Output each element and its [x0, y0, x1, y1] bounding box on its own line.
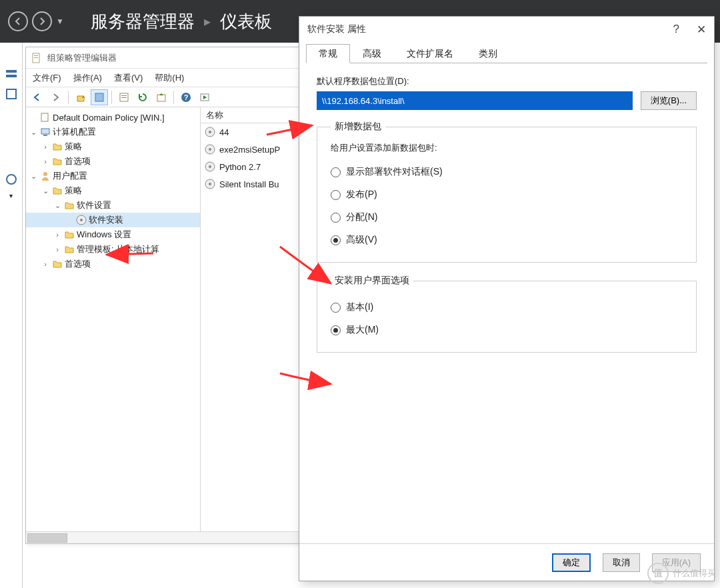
- gpme-toolbar: ?: [26, 87, 299, 107]
- browse-button[interactable]: 浏览(B)...: [641, 91, 697, 110]
- svg-point-28: [209, 183, 211, 185]
- menu-action[interactable]: 操作(A): [73, 72, 102, 84]
- computer-icon: [40, 127, 51, 137]
- installer-icon: [76, 215, 87, 225]
- banner-title-main: 服务器管理器: [91, 10, 195, 33]
- package-icon: [205, 179, 215, 189]
- svg-rect-5: [34, 55, 38, 56]
- radio-icon: [331, 303, 341, 313]
- help-button[interactable]: ?: [673, 23, 679, 36]
- watermark: 值 什么值得买: [647, 563, 716, 584]
- tree-cc-prefs[interactable]: › 首选项: [26, 154, 200, 169]
- gpme-title: 组策略管理编辑器: [47, 52, 117, 64]
- scrollbar-thumb[interactable]: [27, 533, 67, 543]
- tree-software-install[interactable]: 软件安装: [26, 213, 200, 227]
- list-item[interactable]: Silent Install Bu: [201, 175, 299, 193]
- tree-uc-prefs[interactable]: › 首选项: [26, 257, 200, 271]
- toolbar-help-button[interactable]: ?: [177, 89, 195, 105]
- folder-icon: [52, 141, 63, 152]
- group-new-hint: 给用户设置添加新数据包时:: [331, 142, 683, 154]
- gpme-list-pane[interactable]: 名称 44exe2msiSetupPPython 2.7Silent Insta…: [201, 107, 299, 531]
- radio-icon: [331, 190, 341, 200]
- folder-icon: [64, 200, 75, 211]
- list-item-label: exe2msiSetupP: [219, 145, 280, 155]
- menu-view[interactable]: 查看(V): [114, 72, 143, 84]
- group-ui-options: 安装用户界面选项 基本(I) 最大(M): [317, 275, 697, 353]
- tab-extensions[interactable]: 文件扩展名: [394, 44, 466, 63]
- ok-button[interactable]: 确定: [552, 553, 591, 572]
- gpme-titlebar[interactable]: 组策略管理编辑器: [26, 47, 299, 69]
- toolbar-up-button[interactable]: [72, 89, 89, 105]
- svg-rect-6: [34, 57, 38, 58]
- gpme-window: 组策略管理编辑器 文件(F) 操作(A) 查看(V) 帮助(H) ? Defau…: [25, 47, 300, 544]
- folder-icon: [64, 229, 75, 240]
- svg-point-20: [80, 219, 83, 221]
- tab-general[interactable]: 常规: [306, 44, 350, 63]
- close-button[interactable]: ✕: [697, 23, 706, 37]
- package-icon: [205, 127, 215, 137]
- menu-file[interactable]: 文件(F): [33, 72, 61, 84]
- tree-user-config[interactable]: ⌄ 用户配置: [26, 169, 200, 183]
- default-location-input[interactable]: \\192.168.64.3\install\: [317, 91, 633, 110]
- tree-root[interactable]: Default Domain Policy [WIN.]: [26, 110, 200, 125]
- nav-dropdown-icon[interactable]: ▼: [56, 17, 64, 26]
- toolbar-export-button[interactable]: [153, 89, 170, 105]
- tree-cc-policies[interactable]: › 策略: [26, 139, 200, 154]
- toolbar-show-hide-button[interactable]: [91, 89, 108, 105]
- tree-software-settings[interactable]: ⌄ 软件设置: [26, 198, 200, 213]
- dialog-tabs: 常规 高级 文件扩展名 类别: [306, 43, 707, 63]
- nav-back-button[interactable]: [8, 11, 28, 31]
- strip-roles-icon[interactable]: [4, 87, 19, 101]
- group-new-legend: 新增数据包: [331, 121, 385, 133]
- svg-rect-2: [7, 89, 16, 99]
- strip-service-icon[interactable]: [4, 172, 19, 187]
- folder-icon: [52, 156, 63, 167]
- dialog-title: 软件安装 属性: [307, 23, 366, 35]
- list-item-label: 44: [219, 127, 229, 137]
- tab-advanced[interactable]: 高级: [350, 44, 394, 63]
- menu-help[interactable]: 帮助(H): [155, 72, 184, 84]
- gpme-menubar: 文件(F) 操作(A) 查看(V) 帮助(H): [26, 69, 299, 87]
- radio-advanced[interactable]: 高级(V): [331, 229, 683, 251]
- package-icon: [205, 144, 215, 155]
- tree-admin-templates[interactable]: › 管理模板: 从本地计算: [26, 242, 200, 257]
- gpme-tree-pane[interactable]: Default Domain Policy [WIN.] ⌄ 计算机配置 › 策…: [26, 107, 201, 531]
- list-item[interactable]: Python 2.7: [201, 158, 299, 175]
- list-item[interactable]: exe2msiSetupP: [201, 141, 299, 158]
- radio-icon: [331, 167, 341, 177]
- list-column-header[interactable]: 名称: [201, 107, 299, 123]
- list-item[interactable]: 44: [201, 123, 299, 141]
- dialog-titlebar[interactable]: 软件安装 属性 ? ✕: [299, 17, 714, 42]
- list-item-label: Silent Install Bu: [219, 179, 279, 189]
- strip-collapse-icon[interactable]: ▾: [3, 192, 19, 199]
- tree-uc-policies[interactable]: ⌄ 策略: [26, 183, 200, 198]
- radio-deploy-dialog[interactable]: 显示部署软件对话框(S): [331, 161, 683, 183]
- toolbar-forward-button[interactable]: [47, 89, 65, 105]
- toolbar-properties-button[interactable]: [115, 89, 133, 105]
- toolbar-back-button[interactable]: [29, 89, 46, 105]
- radio-publish[interactable]: 发布(P): [331, 183, 683, 206]
- breadcrumb-sep-icon: ▸: [204, 13, 211, 29]
- toolbar-run-button[interactable]: [196, 89, 213, 105]
- tree-windows-settings[interactable]: › Windows 设置: [26, 227, 200, 242]
- radio-assign[interactable]: 分配(N): [331, 206, 683, 229]
- svg-rect-1: [6, 75, 17, 77]
- radio-max[interactable]: 最大(M): [331, 319, 683, 341]
- package-icon: [205, 161, 215, 172]
- svg-rect-9: [121, 95, 127, 96]
- tree-computer-config[interactable]: ⌄ 计算机配置: [26, 125, 200, 139]
- default-location-label: 默认程序数据包位置(D):: [317, 75, 697, 87]
- svg-rect-7: [95, 93, 103, 101]
- side-strip: ▾: [0, 43, 23, 588]
- strip-server-icon[interactable]: [4, 67, 19, 81]
- user-icon: [40, 171, 51, 181]
- watermark-stamp-icon: 值: [647, 563, 669, 584]
- tree-h-scrollbar[interactable]: [26, 531, 299, 543]
- cancel-button[interactable]: 取消: [603, 553, 640, 572]
- nav-forward-button[interactable]: [32, 11, 52, 31]
- toolbar-refresh-button[interactable]: [134, 89, 151, 105]
- tab-categories[interactable]: 类别: [466, 44, 510, 63]
- radio-basic[interactable]: 基本(I): [331, 296, 683, 319]
- policy-icon: [40, 112, 51, 123]
- software-install-properties-dialog: 软件安装 属性 ? ✕ 常规 高级 文件扩展名 类别 默认程序数据包位置(D):…: [299, 16, 715, 581]
